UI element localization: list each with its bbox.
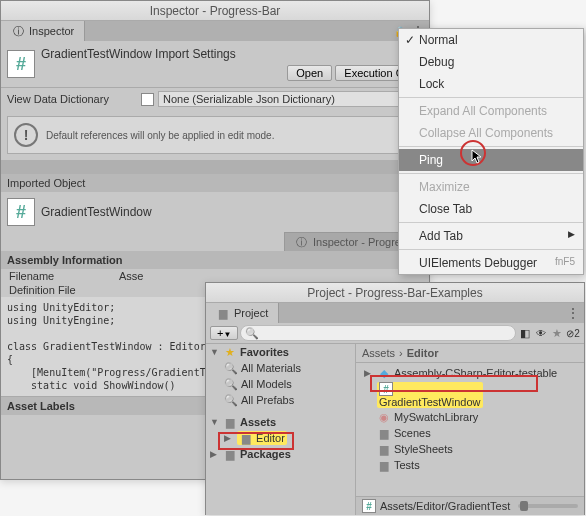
warning-box: ! Default references will only be applie… [7, 116, 423, 154]
footer-path: Assets/Editor/GradientTest [380, 500, 510, 512]
script-header: # GradientTestWindow Import Settings Ope… [1, 41, 429, 88]
script-title: GradientTestWindow Import Settings [41, 47, 423, 61]
chevron-right-icon: › [399, 347, 403, 359]
project-toolbar: +▼ ◧ ⊘2 [206, 323, 584, 344]
project-window: Project - Progress-Bar-Examples ▆ Projec… [205, 282, 585, 515]
search-input[interactable] [240, 325, 516, 341]
visibility-icon[interactable] [534, 326, 548, 340]
info-icon: ⓘ [11, 24, 25, 38]
dict-field[interactable]: None (Serializable Json Dictionary) [158, 91, 423, 107]
breadcrumb-editor[interactable]: Editor [407, 347, 439, 359]
assembly-info-header: Assembly Information [1, 251, 429, 269]
open-button[interactable]: Open [287, 65, 332, 81]
tab-label: Inspector [29, 25, 74, 37]
context-menu: Normal Debug Lock Expand All Components … [398, 28, 584, 275]
filename-key: Filename [9, 270, 119, 282]
folder-scenes[interactable]: ▆Scenes [360, 425, 580, 441]
script-icon: # [7, 50, 35, 78]
view-dict-label: View Data Dictionary [7, 93, 137, 105]
search-icon [224, 361, 238, 375]
menu-collapse-all: Collapse All Components [399, 122, 583, 144]
project-footer: # Assets/Editor/GradientTest [356, 496, 584, 515]
breadcrumb-assets[interactable]: Assets [362, 347, 395, 359]
filter-icon[interactable]: ◧ [518, 326, 532, 340]
menu-debug[interactable]: Debug [399, 51, 583, 73]
menu-ping[interactable]: Ping [399, 149, 583, 171]
folder-icon: ▆ [216, 306, 230, 320]
warning-icon: ! [14, 123, 38, 147]
menu-close-tab[interactable]: Close Tab [399, 198, 583, 220]
menu-maximize: Maximize [399, 176, 583, 198]
search-icon [224, 393, 238, 407]
thumbnail-size-slider[interactable] [518, 504, 578, 508]
file-assembly[interactable]: ▶◆Assembly-CSharp-Editor-testable [360, 365, 580, 381]
warning-text: Default references will only be applied … [46, 130, 274, 141]
project-titlebar: Project - Progress-Bar-Examples [206, 283, 584, 303]
folder-tests[interactable]: ▆Tests [360, 457, 580, 473]
fav-all-prefabs[interactable]: All Prefabs [206, 392, 355, 408]
imported-object-header: Imported Object [1, 174, 429, 192]
filename-value: Asse [119, 270, 143, 282]
project-tab[interactable]: ▆ Project [206, 303, 279, 323]
imported-object-row: # GradientTestWindow [1, 192, 429, 232]
view-data-dict-row: View Data Dictionary None (Serializable … [1, 88, 429, 110]
project-tabbar: ▆ Project [206, 303, 584, 323]
folder-stylesheets[interactable]: ▆StyleSheets [360, 441, 580, 457]
menu-lock[interactable]: Lock [399, 73, 583, 95]
menu-icon[interactable] [566, 306, 580, 320]
fav-all-materials[interactable]: All Materials [206, 360, 355, 376]
imported-object-name: GradientTestWindow [41, 205, 152, 219]
hidden-count[interactable]: ⊘2 [566, 326, 580, 340]
script-icon: # [362, 499, 376, 513]
file-gradient-test-window[interactable]: # GradientTestWindow [360, 381, 580, 409]
packages-node[interactable]: ▶▆Packages [206, 446, 355, 462]
search-icon [245, 327, 259, 340]
definition-file-key: Definition File [9, 284, 119, 296]
inspector-tabbar: ⓘ Inspector [1, 21, 429, 41]
inspector-titlebar: Inspector - Progress-Bar [1, 1, 429, 21]
folder-tree: ▼★Favorites All Materials All Models All… [206, 344, 356, 515]
add-button[interactable]: +▼ [210, 326, 238, 340]
script-icon: # [7, 198, 35, 226]
menu-add-tab[interactable]: Add Tab [399, 225, 583, 247]
breadcrumb: Assets › Editor [356, 344, 584, 363]
editor-folder[interactable]: ▶▆ Editor [206, 430, 355, 446]
menu-expand-all: Expand All Components [399, 100, 583, 122]
inspector-tab[interactable]: ⓘ Inspector [1, 21, 85, 41]
fav-all-models[interactable]: All Models [206, 376, 355, 392]
menu-normal[interactable]: Normal [399, 29, 583, 51]
favorites-node[interactable]: ▼★Favorites [206, 344, 355, 360]
info-icon: ⓘ [295, 235, 309, 249]
dict-checkbox[interactable] [141, 93, 154, 106]
file-swatch-library[interactable]: ◉MySwatchLibrary [360, 409, 580, 425]
search-icon [224, 377, 238, 391]
assets-node[interactable]: ▼▆Assets [206, 414, 355, 430]
menu-ui-debugger[interactable]: UIElements DebuggerfnF5 [399, 252, 583, 274]
favorite-icon[interactable] [550, 326, 564, 340]
tab-label: Project [234, 307, 268, 319]
